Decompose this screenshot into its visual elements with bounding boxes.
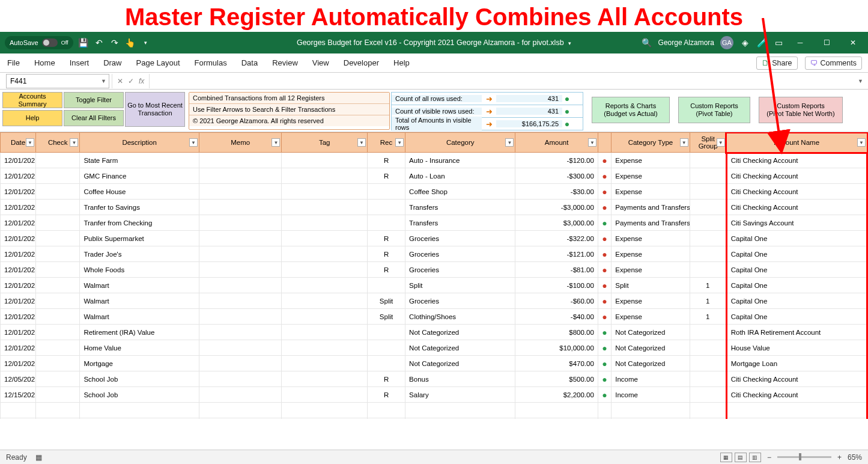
cell-check[interactable] — [36, 184, 80, 200]
custom-reports-button[interactable]: Custom Reports (Pivot Table) — [678, 97, 750, 123]
close-button[interactable]: ✕ — [843, 32, 863, 53]
cell-amt[interactable]: -$3,000.00 — [515, 200, 598, 215]
cell-check[interactable] — [36, 246, 80, 262]
cell-cat[interactable]: Groceries — [405, 262, 515, 278]
cell-cat[interactable]: Clothing/Shoes — [405, 309, 515, 325]
cell-tag[interactable] — [282, 184, 368, 200]
cell-acct[interactable]: Citi Checking Account — [726, 371, 867, 387]
maximize-button[interactable]: ☐ — [816, 32, 837, 53]
ribbon-tab-home[interactable]: Home — [33, 56, 56, 70]
cell-tag[interactable] — [282, 340, 368, 356]
cell-acct[interactable]: Mortgage Loan — [726, 356, 867, 371]
cell-tag[interactable] — [282, 293, 368, 309]
table-row[interactable]: 12/01/2021Home ValueNot Categorized$10,0… — [1, 340, 867, 356]
clear-filters-button[interactable]: Clear All Filters — [64, 110, 124, 126]
cell-dot[interactable]: ● — [598, 262, 611, 278]
table-row[interactable]: 12/01/2021Tranfer to SavingsTransfers-$3… — [1, 200, 867, 215]
cell-rec[interactable]: R — [367, 168, 405, 184]
cell-split[interactable]: 1 — [690, 278, 726, 293]
cell-rec[interactable] — [367, 215, 405, 231]
cell-empty[interactable] — [598, 403, 611, 418]
cell-desc[interactable]: Walmart — [80, 278, 199, 293]
cell-empty[interactable] — [690, 403, 726, 418]
ribbon-tab-developer[interactable]: Developer — [342, 56, 380, 70]
filter-dropdown-icon[interactable]: ▼ — [70, 138, 78, 147]
filter-dropdown-icon[interactable]: ▼ — [680, 138, 688, 147]
cell-check[interactable] — [36, 340, 80, 356]
column-header-rec[interactable]: Rec▼ — [367, 133, 405, 153]
cell-empty[interactable] — [367, 418, 405, 420]
cell-desc[interactable]: Coffee House — [80, 184, 199, 200]
cell-date[interactable]: 12/15/2021 — [1, 387, 36, 403]
cell-memo[interactable] — [199, 387, 281, 403]
cell-rec[interactable] — [367, 184, 405, 200]
cell-memo[interactable] — [199, 262, 281, 278]
cell-date[interactable]: 12/01/2021 — [1, 340, 36, 356]
cell-ctype[interactable]: Expense — [612, 184, 690, 200]
cell-date[interactable]: 12/01/2021 — [1, 278, 36, 293]
cell-split[interactable]: 1 — [690, 293, 726, 309]
table-row[interactable]: 12/01/2021WalmartSplitGroceries-$60.00●E… — [1, 293, 867, 309]
cell-amt[interactable]: -$100.00 — [515, 278, 598, 293]
cell-cat[interactable]: Not Categorized — [405, 340, 515, 356]
cell-split[interactable] — [690, 325, 726, 340]
cell-memo[interactable] — [199, 215, 281, 231]
reports-charts-button[interactable]: Reports & Charts (Budget vs Actual) — [592, 97, 670, 123]
cell-date[interactable]: 12/01/2021 — [1, 168, 36, 184]
cell-rec[interactable] — [367, 340, 405, 356]
cell-empty[interactable] — [1, 418, 36, 420]
cell-acct[interactable]: Capital One — [726, 309, 867, 325]
ribbon-tab-help[interactable]: Help — [392, 56, 411, 70]
table-row-empty[interactable] — [1, 418, 867, 420]
ribbon-tab-formulas[interactable]: Formulas — [193, 56, 228, 70]
cell-acct[interactable]: Capital One — [726, 231, 867, 246]
table-row[interactable]: 12/01/2021State FarmRAuto - Insurance-$1… — [1, 153, 867, 168]
cell-split[interactable] — [690, 200, 726, 215]
cell-ctype[interactable]: Payments and Transfers — [612, 200, 690, 215]
comments-button[interactable]: 🗨Comments — [805, 56, 862, 70]
cell-tag[interactable] — [282, 168, 368, 184]
customize-qat-icon[interactable]: ▾ — [141, 37, 151, 48]
cell-cat[interactable]: Salary — [405, 387, 515, 403]
cell-desc[interactable]: Publix Supermarket — [80, 231, 199, 246]
ribbon-tab-draw[interactable]: Draw — [102, 56, 123, 70]
table-row[interactable]: 12/01/2021Coffee HouseCoffee Shop-$30.00… — [1, 184, 867, 200]
toggle-filter-button[interactable]: Toggle Filter — [64, 92, 124, 108]
cell-desc[interactable]: Mortgage — [80, 356, 199, 371]
cell-desc[interactable]: State Farm — [80, 153, 199, 168]
cell-memo[interactable] — [199, 246, 281, 262]
column-header-dot[interactable] — [598, 133, 611, 153]
cell-split[interactable] — [690, 215, 726, 231]
cell-dot[interactable]: ● — [598, 200, 611, 215]
cell-ctype[interactable]: Expense — [612, 293, 690, 309]
cell-acct[interactable]: Capital One — [726, 262, 867, 278]
cell-acct[interactable]: Citi Checking Account — [726, 200, 867, 215]
cell-cat[interactable]: Auto - Loan — [405, 168, 515, 184]
cell-check[interactable] — [36, 309, 80, 325]
cell-tag[interactable] — [282, 309, 368, 325]
cell-split[interactable] — [690, 231, 726, 246]
cell-ctype[interactable]: Income — [612, 371, 690, 387]
ribbon-tab-view[interactable]: View — [311, 56, 330, 70]
cell-split[interactable] — [690, 387, 726, 403]
cell-acct[interactable]: Citi Checking Account — [726, 387, 867, 403]
cell-memo[interactable] — [199, 371, 281, 387]
table-row[interactable]: 12/01/2021WalmartSplit-$100.00●Split1Cap… — [1, 278, 867, 293]
cell-rec[interactable]: R — [367, 262, 405, 278]
cell-dot[interactable]: ● — [598, 325, 611, 340]
register-table-wrap[interactable]: Date▼Check▼Description▼Memo▼Tag▼Rec▼Cate… — [0, 132, 868, 419]
cell-rec[interactable] — [367, 356, 405, 371]
enter-formula-icon[interactable]: ✓ — [128, 77, 134, 85]
cell-memo[interactable] — [199, 309, 281, 325]
cell-tag[interactable] — [282, 200, 368, 215]
cell-dot[interactable]: ● — [598, 246, 611, 262]
cell-ctype[interactable]: Split — [612, 278, 690, 293]
cell-dot[interactable]: ● — [598, 278, 611, 293]
cell-ctype[interactable]: Expense — [612, 153, 690, 168]
cell-cat[interactable]: Split — [405, 278, 515, 293]
cell-acct[interactable]: Capital One — [726, 278, 867, 293]
cell-empty[interactable] — [80, 418, 199, 420]
cell-split[interactable] — [690, 168, 726, 184]
cell-rec[interactable] — [367, 325, 405, 340]
cell-rec[interactable]: R — [367, 371, 405, 387]
